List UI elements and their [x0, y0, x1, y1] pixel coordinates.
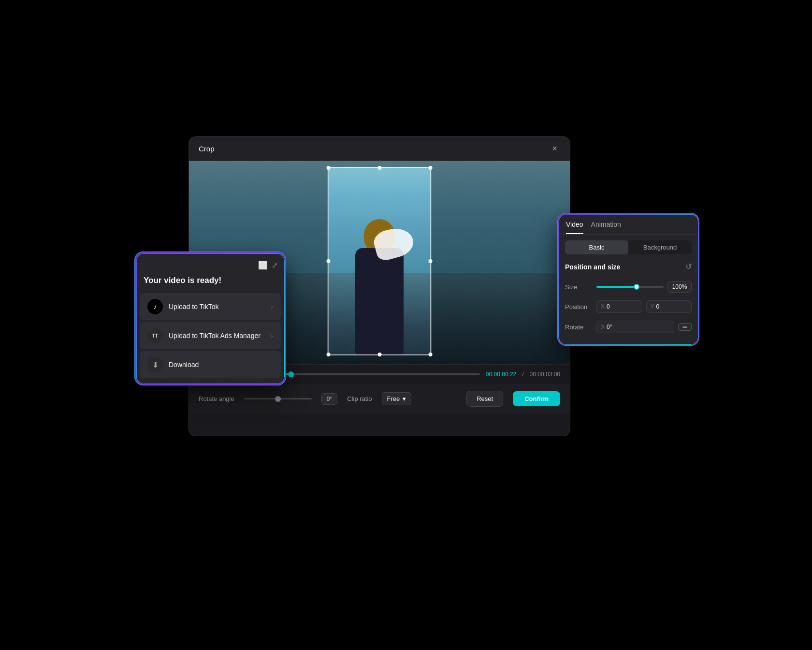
- rotate-angle-label: Rotate angle: [199, 395, 234, 402]
- pos-x-value: 0: [607, 303, 610, 310]
- position-row: Position X 0 Y 0: [558, 296, 698, 317]
- close-button[interactable]: ×: [549, 143, 560, 155]
- section-buttons: Basic Background: [565, 240, 692, 254]
- properties-tabs: Video Animation: [558, 214, 698, 235]
- size-row: Size 100%: [558, 277, 698, 296]
- rotate-toggle-inner: [682, 326, 687, 328]
- pos-y-value: 0: [656, 303, 660, 310]
- rotate-angle-slider-container: [244, 398, 312, 399]
- size-label: Size: [565, 283, 592, 291]
- rotate-angle-track[interactable]: [244, 398, 312, 399]
- tiktok-ads-icon: TT: [147, 328, 163, 343]
- section-background-button[interactable]: Background: [628, 240, 692, 254]
- position-y-field[interactable]: Y 0: [646, 300, 692, 313]
- rotate-row: Rotate X 0°: [558, 317, 698, 337]
- position-fields: X 0 Y 0: [596, 300, 692, 313]
- crop-handle-bottom-left[interactable]: [327, 353, 331, 356]
- crop-controls: Rotate angle 0° Clip ratio Free ▾ Reset …: [189, 384, 570, 414]
- rotate-x-value: 0°: [607, 324, 612, 330]
- crop-handle-bottom-center[interactable]: [377, 353, 381, 356]
- clip-ratio-value: Free: [387, 395, 400, 402]
- download-icon: ⬇: [147, 357, 163, 372]
- tiktok-icon: ♪: [147, 299, 163, 314]
- crop-handle-bottom-right[interactable]: [429, 353, 433, 356]
- position-label: Position: [565, 303, 592, 310]
- crop-handle-middle-left[interactable]: [327, 259, 331, 263]
- size-progress: [596, 286, 637, 288]
- upload-tiktok-ads-item[interactable]: TT Upload to TikTok Ads Manager ›: [140, 322, 281, 349]
- size-thumb[interactable]: [634, 284, 639, 290]
- clip-ratio-dropdown[interactable]: Free ▾: [382, 392, 412, 405]
- confirm-button[interactable]: Confirm: [513, 391, 560, 406]
- pos-y-label: Y: [651, 303, 654, 310]
- chevron-right-icon: ›: [271, 303, 273, 310]
- time-total: 00:00:03:00: [530, 371, 560, 378]
- crop-dialog-title: Crop: [199, 145, 215, 153]
- subtitle-icon[interactable]: ⬜: [258, 261, 268, 270]
- section-basic-button[interactable]: Basic: [565, 240, 628, 254]
- tab-animation[interactable]: Animation: [591, 221, 621, 234]
- crop-handle-top-right[interactable]: [429, 166, 433, 170]
- crop-handle-top-left[interactable]: [327, 166, 331, 170]
- rotate-label: Rotate: [565, 324, 592, 331]
- time-separator: /: [522, 371, 523, 378]
- tab-video[interactable]: Video: [566, 221, 583, 234]
- panel-icons-row: ⬜ ⤢: [136, 261, 285, 274]
- rotate-angle-value[interactable]: 0°: [321, 393, 337, 405]
- clip-ratio-label: Clip ratio: [347, 395, 372, 402]
- crop-dialog-header: Crop ×: [189, 137, 570, 161]
- timeline-thumb[interactable]: [288, 371, 294, 377]
- size-value[interactable]: 100%: [667, 281, 692, 293]
- rotate-x-label: X: [601, 324, 605, 330]
- chevron-down-icon: ▾: [403, 395, 406, 402]
- download-item[interactable]: ⬇ Download: [140, 351, 281, 378]
- properties-panel: Video Animation Basic Background Positio…: [558, 214, 698, 345]
- position-x-field[interactable]: X 0: [596, 300, 642, 313]
- time-current: 00:00:00:22: [486, 371, 516, 378]
- upload-tiktok-item[interactable]: ♪ Upload to TikTok ›: [140, 293, 281, 320]
- upload-tiktok-label: Upload to TikTok: [169, 303, 265, 310]
- pos-x-label: X: [601, 303, 605, 310]
- position-size-section: Position and size ↺: [558, 260, 698, 277]
- video-ready-panel: ⬜ ⤢ Your video is ready! ♪ Upload to Tik…: [135, 252, 285, 384]
- expand-icon[interactable]: ⤢: [272, 261, 278, 270]
- rotate-x-field[interactable]: X 0°: [596, 321, 674, 333]
- crop-overlay[interactable]: [328, 167, 432, 355]
- download-label: Download: [169, 361, 273, 369]
- crop-handle-middle-right[interactable]: [429, 259, 433, 263]
- rotate-angle-thumb[interactable]: [275, 396, 281, 402]
- crop-handle-top-center[interactable]: [377, 166, 381, 170]
- video-ready-title: Your video is ready!: [136, 274, 285, 293]
- size-track[interactable]: [596, 286, 664, 288]
- position-size-label: Position and size: [565, 263, 620, 271]
- rotate-fields: X 0°: [596, 321, 692, 333]
- chevron-right-ads-icon: ›: [271, 332, 273, 340]
- upload-tiktok-ads-label: Upload to TikTok Ads Manager: [169, 332, 265, 340]
- rotate-link-toggle[interactable]: [678, 323, 692, 331]
- reset-button[interactable]: Reset: [466, 391, 503, 407]
- reset-position-icon[interactable]: ↺: [685, 262, 692, 271]
- size-slider-container: 100%: [596, 281, 692, 293]
